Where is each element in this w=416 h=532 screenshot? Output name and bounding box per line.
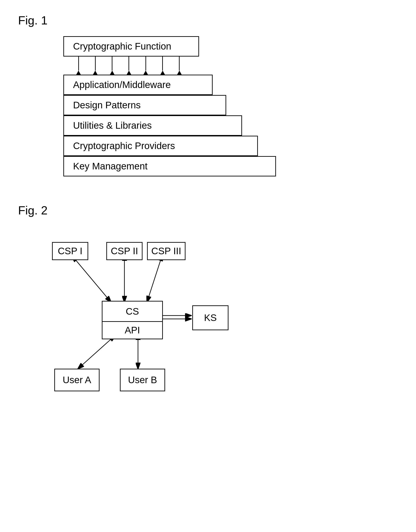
arrow-shaft xyxy=(95,57,96,71)
csp2-box: CSP II xyxy=(106,242,142,260)
up-arrow-4 xyxy=(127,57,131,75)
layer-cryptographic-providers: Cryptographic Providers xyxy=(63,136,258,156)
csp1-box: CSP I xyxy=(52,242,88,260)
user-a-box: User A xyxy=(54,369,100,391)
arrow-head xyxy=(127,71,131,75)
csp3-box: CSP III xyxy=(147,242,186,260)
layer-cryptographic-function: Cryptographic Function xyxy=(63,36,199,57)
layer-utilities-libraries: Utilities & Libraries xyxy=(63,115,242,136)
arrow-shaft xyxy=(179,57,180,71)
api-usera-arrow xyxy=(78,339,111,369)
layer-application-middleware: Application/Middleware xyxy=(63,75,213,95)
fig2-section: Fig. 2 xyxy=(18,204,398,434)
user-b-box: User B xyxy=(120,369,165,391)
up-arrow-3 xyxy=(110,57,114,75)
arrow-head xyxy=(76,71,81,75)
csp1-cs-arrow xyxy=(76,260,111,302)
up-arrow-1 xyxy=(76,57,81,75)
fig2-diagram: CSP I CSP II CSP III CS API KS xyxy=(41,231,267,434)
layer-design-patterns: Design Patterns xyxy=(63,95,226,115)
arrow-head xyxy=(110,71,114,75)
up-arrow-7 xyxy=(177,57,182,75)
cs-box: CS xyxy=(102,301,163,321)
arrows-row xyxy=(63,57,195,75)
arrow-head xyxy=(143,71,148,75)
arrow-shaft xyxy=(162,57,163,71)
layer-key-management: Key Management xyxy=(63,156,276,176)
up-arrow-5 xyxy=(143,57,148,75)
csp3-cs-arrow xyxy=(147,260,161,302)
fig2-label: Fig. 2 xyxy=(18,204,398,217)
api-box: API xyxy=(102,321,163,339)
page: Fig. 1 Cryptographic Function xyxy=(0,0,416,532)
arrow-shaft xyxy=(112,57,113,71)
arrow-head xyxy=(160,71,165,75)
arrow-shaft xyxy=(145,57,146,71)
arrow-shaft xyxy=(129,57,129,71)
ks-box: KS xyxy=(192,305,228,330)
fig1-diagram: Cryptographic Function xyxy=(63,36,398,176)
arrow-head xyxy=(177,71,182,75)
fig1-label: Fig. 1 xyxy=(18,14,398,27)
arrow-shaft xyxy=(78,57,79,71)
arrow-head xyxy=(93,71,97,75)
up-arrow-2 xyxy=(93,57,97,75)
up-arrow-6 xyxy=(160,57,165,75)
